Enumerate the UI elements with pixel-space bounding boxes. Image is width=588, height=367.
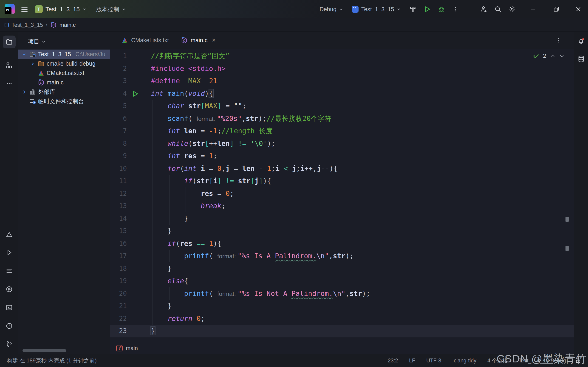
gutter-space <box>127 162 151 175</box>
tree-item-label: 临时文件和控制台 <box>38 98 84 105</box>
build-button[interactable] <box>407 3 419 15</box>
line-number: 16 <box>110 237 127 250</box>
chevron-down-icon[interactable] <box>21 52 27 57</box>
restore-icon <box>553 6 560 12</box>
code-text: scanf( format: "%20s",str);//最长接收20个字符 <box>151 112 574 125</box>
debug-button[interactable] <box>435 3 447 15</box>
gutter-space <box>127 125 151 137</box>
notifications-button[interactable] <box>578 37 585 46</box>
run-tool-button[interactable] <box>3 246 16 259</box>
services-tool-button[interactable] <box>3 283 16 296</box>
tree-item-外部库[interactable]: 外部库 <box>18 87 110 97</box>
play-outline-icon <box>6 249 12 256</box>
terminal-tool-button[interactable] <box>3 301 16 314</box>
gutter-space <box>127 312 151 325</box>
editor-breadcrumb-bar: f main <box>110 342 574 354</box>
scrollbar-mark[interactable] <box>565 246 569 251</box>
vcs-widget[interactable]: 版本控制 <box>94 3 128 16</box>
code-editor[interactable]: 1//判断字符串是否“回文”2#include <stdio.h>3#defin… <box>110 49 574 342</box>
breadcrumb: Test_1_3_15 › C main.c <box>0 18 588 32</box>
gear-icon <box>509 6 516 13</box>
kebab-icon <box>556 37 562 43</box>
restore-button[interactable] <box>550 3 563 16</box>
tab-close-icon[interactable]: × <box>212 37 216 44</box>
tab-CMakeLists.txt[interactable]: CMakeLists.txt <box>115 32 175 49</box>
gutter-space <box>127 212 151 225</box>
tree-item-Test_1_3_15[interactable]: Test_1_3_15C:\Users\Ju <box>18 50 110 59</box>
status-item-4-[interactable]: 4 个空格 <box>487 357 508 364</box>
code-line: 15 } <box>110 225 574 237</box>
status-item-.clang-tidy[interactable]: .clang-tidy <box>452 358 476 364</box>
breadcrumb-file[interactable]: main.c <box>60 22 76 28</box>
code-line: 5 char str[MAX] = ""; <box>110 100 574 112</box>
code-text: int len = -1;//length 长度 <box>151 125 574 137</box>
close-button[interactable] <box>572 3 585 16</box>
horizontal-scrollbar[interactable] <box>23 349 66 352</box>
run-button[interactable] <box>421 3 433 15</box>
tab-options-button[interactable] <box>556 32 562 49</box>
more-tools-button[interactable] <box>3 77 16 90</box>
code-line: 18 } <box>110 262 574 275</box>
inspection-widget[interactable]: 2 <box>533 52 565 59</box>
status-item-Test_1_3_15-Debug[interactable]: Test_1_3_15 Debug <box>519 358 566 364</box>
tree-item-path: C:\Users\Ju <box>75 51 105 58</box>
tree-item-临时文件和控制台[interactable]: 临时文件和控制台 <box>18 97 110 106</box>
minimize-button[interactable] <box>527 3 539 16</box>
code-line: 11 if(str[i] != str[j]){ <box>110 175 574 187</box>
line-number: 21 <box>110 300 127 312</box>
database-button[interactable] <box>578 55 585 64</box>
scratch-icon <box>29 98 36 105</box>
git-tool-button[interactable] <box>3 338 16 351</box>
pledge-tool-button[interactable] <box>3 228 16 241</box>
code-text: else{ <box>151 275 574 287</box>
status-build-message[interactable]: 构建 在 189毫秒 内完成 (1 分钟之前) <box>7 357 97 364</box>
more-actions-button[interactable] <box>450 3 462 15</box>
status-item-LF[interactable]: LF <box>409 358 415 364</box>
breadcrumb-project[interactable]: Test_1_3_15 <box>11 22 43 28</box>
close-icon <box>575 6 582 12</box>
gutter-space <box>127 62 151 75</box>
run-line-button[interactable] <box>127 87 151 100</box>
code-line: 20 printf( format: "%s Is Not A Palindro… <box>110 287 574 300</box>
status-item-UTF-8[interactable]: UTF-8 <box>426 358 441 364</box>
tree-item-main.c[interactable]: Cmain.c <box>18 78 110 87</box>
project-widget[interactable]: T Test_1_3_15 <box>33 3 88 16</box>
lock-icon[interactable] <box>575 358 581 364</box>
todo-tool-button[interactable] <box>3 265 16 277</box>
chevron-right-icon[interactable] <box>21 90 27 94</box>
strip-divider <box>5 57 13 57</box>
tree-item-CMakeLists.txt[interactable]: CMakeLists.txt <box>18 68 110 78</box>
chevron-down-icon[interactable] <box>559 53 565 59</box>
run-config-selector[interactable]: Test_1_3_15 <box>349 3 403 16</box>
structure-tool-button[interactable] <box>3 59 16 72</box>
code-line: 8 while(str[++len] != '\0'); <box>110 137 574 150</box>
scrollbar-mark[interactable] <box>565 217 569 222</box>
tab-label: main.c <box>191 37 208 44</box>
settings-button[interactable] <box>506 3 518 15</box>
project-panel-header[interactable]: 项目 <box>18 32 110 50</box>
chevron-right-icon[interactable] <box>30 61 36 66</box>
run-mode-selector[interactable]: Debug <box>317 3 345 16</box>
left-tool-strip <box>0 32 18 354</box>
gutter-space <box>127 225 151 237</box>
code-line: 9 int res = 1; <box>110 150 574 162</box>
code-line: 16 if(res == 1){ <box>110 237 574 250</box>
project-avatar: T <box>35 5 43 13</box>
problems-tool-button[interactable] <box>3 319 16 332</box>
minimize-icon <box>530 6 536 12</box>
breadcrumb-function[interactable]: main <box>126 345 138 351</box>
code-line: 6 scanf( format: "%20s",str);//最长接收20个字符 <box>110 112 574 125</box>
editor-area: CMakeLists.txtCmain.c× 1//判断字符串是否“回文”2#i… <box>110 32 574 354</box>
tab-main.c[interactable]: Cmain.c× <box>175 32 221 49</box>
gutter-space <box>127 237 151 250</box>
project-tree: Test_1_3_15C:\Users\Jucmake-build-debugC… <box>18 50 110 106</box>
chevron-up-icon[interactable] <box>550 53 555 59</box>
project-tool-button[interactable] <box>3 35 16 48</box>
main-menu-button[interactable] <box>18 3 30 15</box>
search-everywhere-button[interactable] <box>492 3 504 15</box>
tree-item-cmake-build-debug[interactable]: cmake-build-debug <box>18 59 110 68</box>
status-item-23-2[interactable]: 23:2 <box>388 358 398 364</box>
code-with-me-button[interactable] <box>478 3 490 15</box>
code-text: } <box>151 300 574 312</box>
gutter-space <box>127 250 151 262</box>
